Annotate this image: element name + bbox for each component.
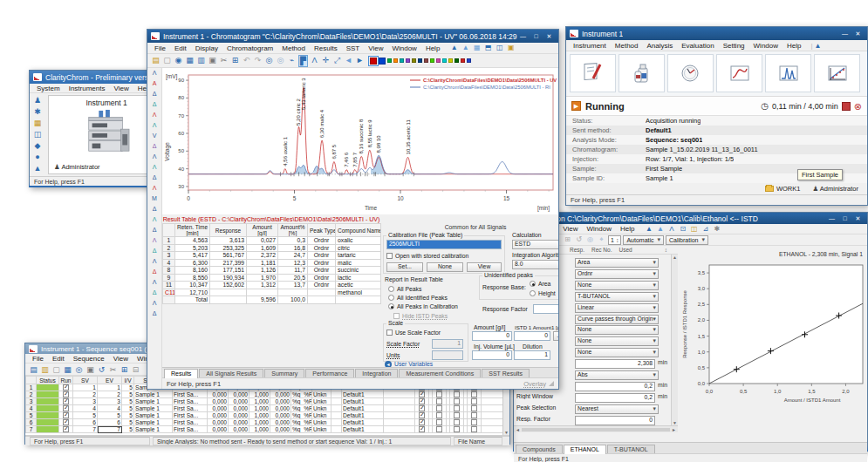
run-checkbox[interactable] (454, 419, 460, 425)
open-chromatogram-icon[interactable]: ▤ (151, 55, 161, 67)
login-icon[interactable]: ♟ (33, 95, 43, 105)
signal-color-11[interactable] (442, 58, 447, 63)
field-select[interactable]: None (575, 325, 659, 335)
istd-icon[interactable]: Λ (150, 256, 160, 267)
project-indicator[interactable]: WORK1 (765, 185, 801, 193)
field-select[interactable]: Curve passes through Origin (575, 315, 659, 324)
tab-summary[interactable]: Summary (264, 369, 304, 377)
undo-icon[interactable]: ↺ (574, 234, 584, 245)
sequence-row[interactable]: 5555Sample 1First Sa...0,0000,0001,0000,… (26, 412, 505, 419)
run-checkbox[interactable] (63, 405, 69, 411)
menu-help[interactable]: Help (421, 44, 444, 52)
result-col-header[interactable]: Compound Name (336, 224, 381, 237)
seq-col-header[interactable]: EV (98, 377, 122, 384)
sequence-button[interactable] (619, 54, 665, 92)
menu-file[interactable]: File (150, 44, 170, 52)
result-col-header[interactable]: Peak Type (308, 224, 336, 237)
run-checkbox[interactable] (471, 419, 477, 425)
istd-browse-button[interactable]: ... (553, 331, 558, 341)
tab-results[interactable]: Results (164, 369, 198, 378)
menu-view[interactable]: View (558, 225, 582, 233)
run-checkbox[interactable] (63, 412, 69, 418)
sequence-row[interactable]: 4445Sample 1First Sa...0,0000,0001,0000,… (26, 405, 505, 412)
field-select[interactable]: Abs (575, 370, 659, 380)
result-col-header[interactable]: Reten. Time[min] (175, 224, 210, 237)
menu-chromatogram[interactable]: Chromatogram (222, 44, 277, 52)
target-icon[interactable]: ⌖ (597, 234, 606, 245)
result-row[interactable]: 98,550190,9341,97020,5Ordnrlactic (163, 274, 381, 282)
run-checkbox[interactable] (454, 398, 460, 404)
result-row[interactable]: Total9,596100,0 (163, 296, 381, 304)
run-checkbox[interactable] (63, 419, 69, 425)
cut-icon[interactable]: ✂ (219, 55, 229, 67)
together-icon[interactable]: Δ (150, 173, 160, 183)
calibration-button[interactable] (814, 54, 860, 92)
archive-icon[interactable]: ▦ (33, 118, 43, 128)
menu-display[interactable]: Display (191, 44, 222, 52)
close-button[interactable]: ✕ (543, 31, 555, 41)
signal-color-6[interactable] (412, 58, 416, 63)
calib-chart-icon[interactable]: ▲ (644, 224, 653, 234)
signal-color-12[interactable] (448, 58, 453, 63)
signal-color-14[interactable] (461, 58, 465, 63)
run-checkbox[interactable] (454, 426, 460, 432)
calculation-select[interactable]: ESTD (512, 240, 558, 249)
copy-icon[interactable]: ⊞ (563, 234, 572, 245)
minimize-button[interactable]: — (826, 214, 837, 223)
run-checkbox[interactable] (454, 412, 460, 418)
menu-edit[interactable]: Edit (48, 355, 69, 363)
sequence-row[interactable]: 2225Sample 1First Sa...0,0000,0001,0000,… (26, 391, 505, 398)
run-checkbox[interactable] (471, 426, 477, 432)
user-indicator[interactable]: ♟ Administrator (812, 185, 858, 193)
noise-icon[interactable]: Λ (150, 298, 160, 309)
result-row[interactable]: 35,417561,7672,37224,7Ordnrtartaric (163, 252, 381, 260)
spike-icon[interactable]: Δ (150, 288, 160, 298)
run-checkbox[interactable] (63, 398, 69, 404)
copy-icon[interactable]: ⊞ (120, 364, 129, 375)
overlay-icon[interactable]: Δ (150, 89, 160, 99)
tab-all-signals-results[interactable]: All Signals Results (199, 369, 263, 377)
run-checkbox[interactable] (419, 412, 425, 418)
peak-icon[interactable]: Λ (310, 55, 319, 67)
exit-icon[interactable]: ▲ (33, 163, 43, 173)
field-select[interactable]: Linear (575, 303, 659, 313)
open-icon[interactable]: ▥ (40, 364, 50, 375)
calibration-chart[interactable]: ETHANOL - 2,308 min, Signal 10,00,51,01,… (678, 246, 867, 442)
paste-icon[interactable]: ⊟ (131, 364, 140, 375)
axes-icon[interactable]: A (150, 78, 160, 89)
result-row[interactable]: 14,5633,6130,0270,3Ordnroxalic (163, 237, 381, 245)
run-checkbox[interactable] (454, 405, 460, 411)
cancel-peak-icon[interactable]: Λ (150, 183, 160, 194)
move-icon[interactable]: ✛ (321, 55, 331, 67)
solvent-peak-icon[interactable]: Λ (150, 235, 160, 246)
save-icon[interactable]: ▢ (51, 364, 61, 375)
area-radio[interactable]: Area (530, 281, 550, 287)
run-checkbox[interactable] (419, 391, 425, 397)
scale-icon[interactable]: ⤢ (332, 55, 342, 67)
field-select[interactable]: None (575, 348, 659, 357)
field-input[interactable]: 0,2 (575, 382, 655, 391)
table-icon[interactable]: ⊡ (678, 224, 687, 234)
valley-icon[interactable]: V (150, 131, 160, 141)
use-scale-checkbox[interactable]: Use Scale Factor (386, 330, 441, 336)
signal-color-4[interactable] (400, 58, 404, 63)
settings-icon[interactable]: ✱ (33, 106, 43, 117)
run-checkbox[interactable] (436, 405, 442, 411)
drift-icon[interactable]: Δ (150, 309, 160, 319)
signal-color-8[interactable] (424, 58, 428, 63)
menu-edit[interactable]: Edit (170, 44, 191, 52)
run-checkbox[interactable] (419, 405, 425, 411)
tab-t-butanol[interactable]: T-BUTANOL (607, 445, 655, 453)
minimize-button[interactable]: — (839, 29, 851, 38)
result-col-header[interactable] (163, 224, 175, 237)
signal-color-2[interactable] (387, 58, 392, 63)
seq-col-header[interactable]: Run (59, 377, 73, 384)
data-acquisition-button[interactable] (716, 54, 762, 92)
result-table[interactable]: Reten. Time[min]ResponseAmount[g/l]Amoun… (162, 223, 381, 304)
result-row[interactable]: 1110,347152,6021,31213,7Ordnracetic (163, 282, 381, 289)
resp-column-header[interactable]: Resp. (570, 247, 584, 253)
report-icon[interactable]: ▥ (196, 55, 206, 67)
recno-column-header[interactable]: Rec No. (591, 247, 612, 253)
calibration-titlebar[interactable]: Calibration C:\ClarityChrom\DataFiles\DE… (514, 213, 867, 224)
menu-method[interactable]: Method (611, 42, 643, 50)
